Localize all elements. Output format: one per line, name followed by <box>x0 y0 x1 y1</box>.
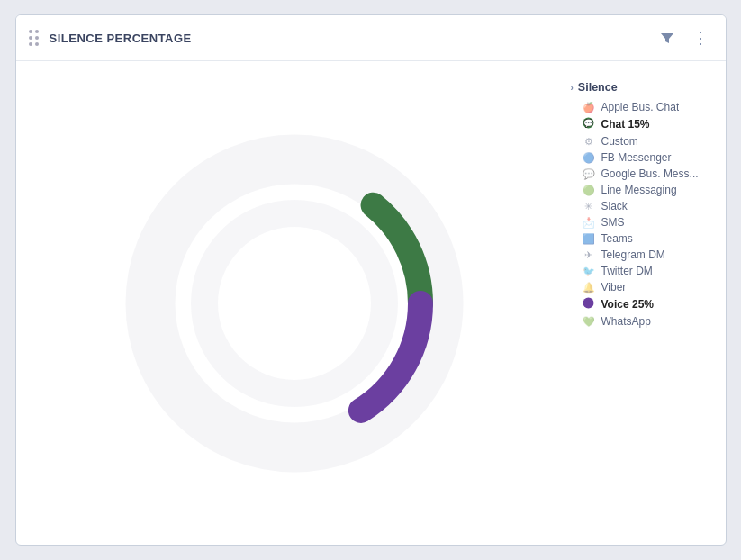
custom-label: Custom <box>601 135 638 148</box>
teams-label: Teams <box>601 232 633 245</box>
telegram-dm-icon: ✈ <box>582 249 596 261</box>
voice-label: Voice 25% <box>601 298 654 311</box>
legend-area: › Silence 🍎Apple Bus. Chat💬Chat 15%⚙Cust… <box>564 76 717 530</box>
voice-icon <box>582 297 596 312</box>
twitter-dm-label: Twitter DM <box>601 265 653 277</box>
widget-body: › Silence 🍎Apple Bus. Chat💬Chat 15%⚙Cust… <box>16 61 726 545</box>
legend-item-apple-bus-chat[interactable]: 🍎Apple Bus. Chat <box>571 99 709 115</box>
apple-bus-chat-label: Apple Bus. Chat <box>601 101 680 113</box>
twitter-dm-icon: 🐦 <box>582 266 596 277</box>
viber-icon: 🔔 <box>582 282 596 294</box>
whatsapp-icon: 💚 <box>582 316 596 328</box>
legend-item-twitter-dm[interactable]: 🐦Twitter DM <box>571 263 709 279</box>
svg-point-4 <box>583 298 594 309</box>
legend-item-slack[interactable]: ✳Slack <box>571 198 709 214</box>
drag-handle[interactable] <box>29 30 39 46</box>
fb-messenger-icon: 🔵 <box>582 152 596 164</box>
fb-messenger-label: FB Messenger <box>601 151 672 164</box>
slack-icon: ✳ <box>582 201 596 212</box>
legend-item-fb-messenger[interactable]: 🔵FB Messenger <box>571 149 709 166</box>
widget-header: SILENCE PERCENTAGE ⋮ <box>16 15 726 61</box>
apple-bus-chat-icon: 🍎 <box>582 102 596 113</box>
legend-items-container: 🍎Apple Bus. Chat💬Chat 15%⚙Custom🔵FB Mess… <box>571 99 709 330</box>
legend-item-google-bus-mess[interactable]: 💬Google Bus. Mess... <box>571 166 709 182</box>
legend-item-whatsapp[interactable]: 💚WhatsApp <box>571 313 709 330</box>
header-actions: ⋮ <box>655 26 713 50</box>
viber-label: Viber <box>601 281 627 294</box>
line-messaging-icon: 🟢 <box>582 185 596 196</box>
more-icon: ⋮ <box>692 28 709 48</box>
google-bus-mess-label: Google Bus. Mess... <box>601 167 699 180</box>
legend-section-label: Silence <box>578 81 618 94</box>
chat-icon: 💬 <box>582 117 596 131</box>
svg-point-1 <box>204 213 384 393</box>
more-button[interactable]: ⋮ <box>688 26 713 50</box>
telegram-dm-label: Telegram DM <box>601 248 665 261</box>
legend-item-viber[interactable]: 🔔Viber <box>571 279 709 295</box>
svg-text:💬: 💬 <box>583 118 594 129</box>
legend-item-voice[interactable]: Voice 25% <box>571 295 709 313</box>
sms-label: SMS <box>601 216 625 229</box>
slack-label: Slack <box>601 200 628 212</box>
legend-section-header[interactable]: › Silence <box>571 81 709 94</box>
sms-icon: 📩 <box>582 217 596 229</box>
line-messaging-label: Line Messaging <box>601 184 677 196</box>
legend-item-sms[interactable]: 📩SMS <box>571 214 709 230</box>
teams-icon: 🟦 <box>582 233 596 245</box>
legend-item-telegram-dm[interactable]: ✈Telegram DM <box>571 247 709 263</box>
legend-item-teams[interactable]: 🟦Teams <box>571 230 709 247</box>
legend-item-custom[interactable]: ⚙Custom <box>571 133 709 149</box>
filter-icon <box>660 31 674 45</box>
whatsapp-label: WhatsApp <box>601 315 651 328</box>
donut-chart <box>123 132 465 474</box>
legend-item-chat[interactable]: 💬Chat 15% <box>571 115 709 133</box>
chat-label: Chat 15% <box>601 118 650 131</box>
chart-area <box>25 76 564 530</box>
legend-item-line-messaging[interactable]: 🟢Line Messaging <box>571 182 709 198</box>
widget-title: SILENCE PERCENTAGE <box>50 32 655 45</box>
google-bus-mess-icon: 💬 <box>582 168 596 180</box>
chevron-icon: › <box>571 83 574 93</box>
custom-icon: ⚙ <box>582 136 596 148</box>
filter-button[interactable] <box>655 29 679 47</box>
silence-percentage-widget: SILENCE PERCENTAGE ⋮ <box>15 14 727 546</box>
